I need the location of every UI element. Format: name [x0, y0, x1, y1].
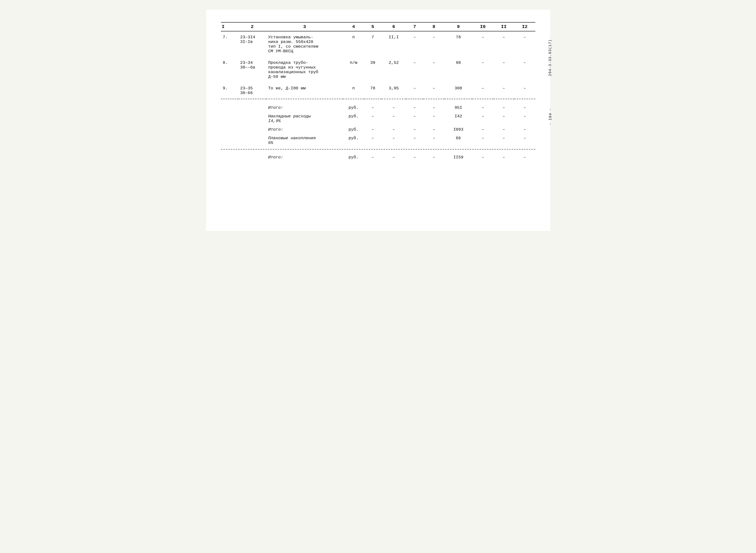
sum4-col9: 66	[444, 134, 473, 147]
sum4-col11: –	[493, 134, 514, 147]
final-col5: –	[364, 153, 382, 162]
final-summary-row: Итого: руб. – – – – II59 – – –	[221, 153, 535, 162]
row-7-col11: –	[493, 31, 514, 57]
sum1-col12: –	[514, 103, 535, 112]
sum3-col1	[221, 125, 238, 134]
table-row: 9. 23–35 30–66 То же, Д-I00 мм п 78 3,95…	[221, 82, 535, 99]
header-col-12: I2	[514, 22, 535, 31]
table-row: 8. 23–34 30––6а Прокладка трубо-провода …	[221, 57, 535, 82]
header-col-5: 5	[364, 22, 382, 31]
spacer-row-2	[221, 150, 535, 153]
row-8-col5: 39	[364, 57, 382, 82]
row-9-col9: 308	[444, 82, 473, 99]
row-9-unit: п	[343, 82, 364, 99]
sum3-col2	[238, 125, 266, 134]
sum1-col1	[221, 103, 238, 112]
sum2-col1	[221, 112, 238, 125]
row-9-col7: –	[406, 82, 423, 99]
row-9-col12: –	[514, 82, 535, 99]
row-7-col8: –	[423, 31, 444, 57]
header-col-6: 6	[382, 22, 406, 31]
sum3-col7: –	[406, 125, 423, 134]
sum2-col10: –	[472, 112, 493, 125]
sum2-label: Накладные расходыI4,9%	[266, 112, 343, 125]
row-8-col12: –	[514, 57, 535, 82]
header-col-1: I	[221, 22, 238, 31]
sum3-col6: –	[382, 125, 406, 134]
sum1-col7: –	[406, 103, 423, 112]
row-8-col6: 2,52	[382, 57, 406, 82]
sum4-label: Плановые накопления6%	[266, 134, 343, 147]
header-col-3: 3	[266, 22, 343, 31]
final-col12: –	[514, 153, 535, 162]
final-col9: II59	[444, 153, 473, 162]
summary-row-3: Итого: руб. – – – – I093 – – –	[221, 125, 535, 134]
row-7-col5: 7	[364, 31, 382, 57]
row-9-desc: То же, Д-I00 мм	[266, 82, 343, 99]
row-7-col10: –	[472, 31, 493, 57]
main-table: I 2 3 4 5 6 7 8 9 I0 II I2 7. 23–3I4 3I–…	[221, 22, 535, 162]
sum4-col7: –	[406, 134, 423, 147]
sum3-label: Итого:	[266, 125, 343, 134]
final-col6: –	[382, 153, 406, 162]
row-7-col12: –	[514, 31, 535, 57]
row-8-col9: 98	[444, 57, 473, 82]
table-header: I 2 3 4 5 6 7 8 9 I0 II I2	[221, 22, 535, 31]
side-label-1: 294-3-33.83(17)	[548, 39, 553, 76]
summary-row-4: Плановые накопления6% руб. – – – – 66 – …	[221, 134, 535, 147]
sum4-unit: руб.	[343, 134, 364, 147]
sum1-col6: –	[382, 103, 406, 112]
final-col2	[238, 153, 266, 162]
header-col-4: 4	[343, 22, 364, 31]
sum4-col8: –	[423, 134, 444, 147]
row-7-col7: –	[406, 31, 423, 57]
sum3-unit: руб.	[343, 125, 364, 134]
side-label-2: - I84 -	[548, 108, 553, 125]
sum2-col5: –	[364, 112, 382, 125]
sum4-col10: –	[472, 134, 493, 147]
row-9-col11: –	[493, 82, 514, 99]
row-9-col5: 78	[364, 82, 382, 99]
table-row: 7. 23–3I4 3I–Iв Установка умываль-ника р…	[221, 31, 535, 57]
sum3-col8: –	[423, 125, 444, 134]
row-8-col8: –	[423, 57, 444, 82]
sum1-col10: –	[472, 103, 493, 112]
row-7-code: 23–3I4 3I–Iв	[238, 31, 266, 57]
final-unit: руб.	[343, 153, 364, 162]
final-label: Итого:	[266, 153, 343, 162]
row-7-unit: п	[343, 31, 364, 57]
row-8-code: 23–34 30––6а	[238, 57, 266, 82]
page: 294-3-33.83(17) - I84 - I 2 3 4 5 6 7 8 …	[206, 10, 550, 231]
sum3-col5: –	[364, 125, 382, 134]
sum1-label: Итого:	[266, 103, 343, 112]
sum1-col11: –	[493, 103, 514, 112]
sum2-col12: –	[514, 112, 535, 125]
sum1-unit: руб.	[343, 103, 364, 112]
final-col1	[221, 153, 238, 162]
row-9-col10: –	[472, 82, 493, 99]
row-7-col9: 78	[444, 31, 473, 57]
sum3-col9: I093	[444, 125, 473, 134]
row-7-col6: II,I	[382, 31, 406, 57]
row-7-id: 7.	[221, 31, 238, 57]
sum1-col9: 95I	[444, 103, 473, 112]
header-col-8: 8	[423, 22, 444, 31]
row-9-id: 9.	[221, 82, 238, 99]
spacer-row	[221, 99, 535, 103]
row-8-col10: –	[472, 57, 493, 82]
sum4-col12: –	[514, 134, 535, 147]
final-col11: –	[493, 153, 514, 162]
dashed-separator-row	[221, 147, 535, 150]
sum2-col11: –	[493, 112, 514, 125]
sum2-col6: –	[382, 112, 406, 125]
row-7-desc: Установка умываль-ника разм. 550х420тип …	[266, 31, 343, 57]
sum3-col12: –	[514, 125, 535, 134]
sum3-col10: –	[472, 125, 493, 134]
row-9-code: 23–35 30–66	[238, 82, 266, 99]
sum3-col11: –	[493, 125, 514, 134]
header-col-2: 2	[238, 22, 266, 31]
header-col-9: 9	[444, 22, 473, 31]
header-col-7: 7	[406, 22, 423, 31]
summary-row-2: Накладные расходыI4,9% руб. – – – – I42 …	[221, 112, 535, 125]
header-col-10: I0	[472, 22, 493, 31]
